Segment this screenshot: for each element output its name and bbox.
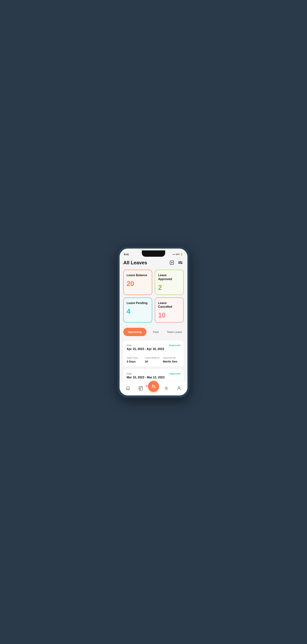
svg-point-18 [166, 387, 167, 389]
leave-cancelled-card[interactable]: Leave Cancelled 10 [155, 298, 184, 323]
leave-approved-value: 2 [158, 284, 180, 292]
leave-pending-label: Leave Pending [127, 301, 149, 305]
fab-people-button[interactable] [148, 381, 159, 392]
home-icon [125, 386, 130, 391]
phone-frame: 9:41 ▪▪▪ WiFi 🔋 All Leaves [117, 246, 190, 398]
leave-2-status: Approved [169, 372, 180, 375]
nav-fab[interactable] [147, 384, 160, 392]
leave-cancelled-label: Leave Cancelled [158, 301, 180, 309]
people-icon [151, 384, 156, 389]
svg-point-3 [179, 262, 179, 263]
tab-past[interactable]: Past [146, 328, 165, 336]
app-header: All Leaves [123, 258, 184, 270]
leave-1-approver-value: Martin Deo [163, 360, 180, 363]
leave-1-date-label: Date [127, 344, 132, 347]
leave-1-date-range: Apr 15, 2023 - Apr 18, 2023 [127, 348, 180, 351]
leave-balance-value: 20 [127, 280, 149, 288]
leave-pending-value: 4 [127, 308, 149, 315]
nav-home[interactable] [121, 386, 134, 391]
bottom-nav [120, 380, 187, 396]
filter-button[interactable] [177, 259, 184, 266]
leave-balance-card[interactable]: Leave Balance 20 [123, 270, 152, 295]
header-actions [169, 259, 184, 266]
svg-rect-12 [139, 386, 143, 390]
leave-balance-label: Leave Balance [127, 274, 149, 277]
tabs-row: Upcoming Past Team Leave [123, 328, 184, 336]
leave-1-divider [123, 354, 184, 354]
notch [142, 250, 165, 257]
leave-1-balance: Leave Balance 16 [145, 356, 162, 363]
wellness-icon [164, 386, 169, 391]
leave-approved-label: Leave Approved [158, 274, 180, 281]
leave-1-apply-days: Apply Days 3 Days [127, 356, 144, 363]
leave-cancelled-value: 10 [158, 312, 180, 319]
nav-wellness[interactable] [160, 386, 173, 391]
tab-team-leave[interactable]: Team Leave [165, 328, 184, 336]
leave-1-apply-days-label: Apply Days [127, 356, 144, 359]
leave-1-balance-label: Leave Balance [145, 356, 162, 359]
tasks-icon [138, 386, 143, 391]
leave-item-2[interactable]: Date Approved Mar 10, 2023 - Mar 12, 202… [123, 369, 184, 380]
nav-profile[interactable] [173, 386, 186, 391]
leave-1-details: Apply Days 3 Days Leave Balance 16 Appro… [127, 356, 180, 363]
leave-1-apply-days-value: 3 Days [127, 360, 144, 363]
filter-icon [178, 260, 183, 265]
svg-point-17 [152, 385, 153, 386]
svg-point-5 [182, 263, 182, 264]
leave-1-balance-value: 16 [145, 360, 162, 363]
plus-square-icon [169, 260, 174, 265]
notch-bar [120, 248, 187, 258]
leave-1-approver-label: Approved By [163, 356, 180, 359]
tab-upcoming[interactable]: Upcoming [123, 328, 146, 336]
leave-approved-card[interactable]: Leave Approved 2 [155, 270, 184, 295]
phone-screen: 9:41 ▪▪▪ WiFi 🔋 All Leaves [120, 248, 187, 396]
svg-rect-16 [140, 388, 140, 389]
leave-1-status: Approved [169, 344, 180, 347]
leave-card-2-header: Date Approved [127, 372, 180, 375]
leave-1-approver: Approved By Martin Deo [163, 356, 180, 363]
leave-item-1[interactable]: Date Approved Apr 15, 2023 - Apr 18, 202… [123, 340, 184, 366]
leave-pending-card[interactable]: Leave Pending 4 [123, 298, 152, 323]
add-leave-button[interactable] [169, 259, 175, 266]
scroll-content: All Leaves [120, 258, 187, 380]
svg-point-4 [180, 261, 181, 262]
svg-point-23 [178, 386, 180, 388]
leave-card-1-header: Date Approved [127, 344, 180, 347]
leave-2-date-range: Mar 10, 2023 - Mar 12, 2023 [127, 376, 180, 379]
leave-2-date-label: Date [127, 372, 132, 375]
stats-cards: Leave Balance 20 Leave Approved 2 Leave … [123, 270, 184, 322]
nav-tasks[interactable] [134, 386, 147, 391]
page-title: All Leaves [123, 260, 147, 266]
profile-icon [177, 386, 182, 391]
